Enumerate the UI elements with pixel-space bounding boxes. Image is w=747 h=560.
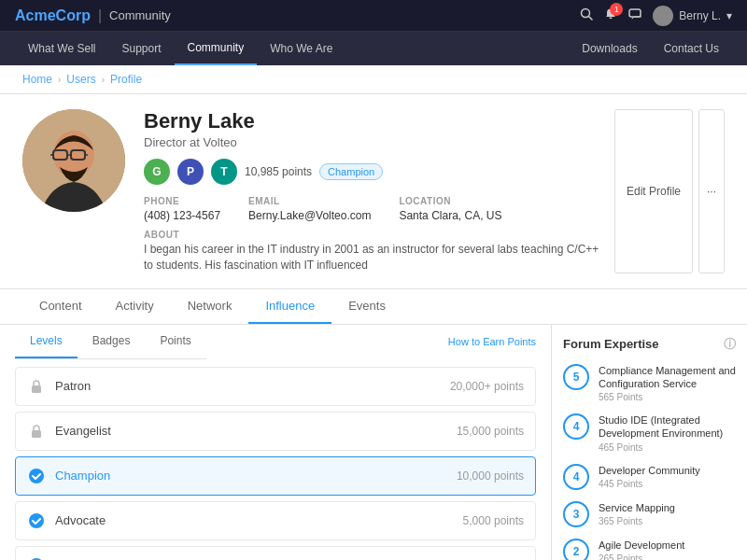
lock-icon-2: [27, 422, 46, 441]
chat-icon[interactable]: [628, 7, 641, 23]
score-circle-1: 4: [563, 413, 589, 440]
phone-value: (408) 123-4567: [144, 209, 220, 222]
level-points-champion: 10,000 points: [457, 469, 524, 483]
sub-tabs-row: Levels Badges Points How to Earn Points: [15, 325, 536, 359]
sec-nav-right: Downloads Contact Us: [569, 32, 732, 65]
about-text: I began his career in the IT industry in…: [144, 242, 599, 273]
levels-list: Patron 20,000+ points Evangelist 15,000 …: [15, 367, 536, 560]
sub-tabs: Levels Badges Points: [15, 325, 206, 359]
level-champion: Champion 10,000 points: [15, 456, 536, 496]
score-circle-0: 5: [563, 364, 589, 390]
location-label: LOCATION: [399, 196, 501, 206]
expertise-item-4: 2 Agile Development 265 Points: [563, 539, 736, 560]
more-options-button[interactable]: ···: [698, 109, 725, 273]
user-name: Berny L.: [679, 9, 721, 22]
expertise-item-3: 3 Service Mapping 365 Points: [563, 501, 736, 527]
badge-teal: T: [211, 159, 237, 185]
bell-icon[interactable]: 1: [604, 7, 617, 23]
level-points-patron: 20,000+ points: [450, 380, 524, 393]
expertise-item-1: 4 Studio IDE (Integrated Development Env…: [563, 413, 736, 453]
expertise-points-0: 565 Points: [599, 392, 736, 402]
right-panel: Forum Expertise ⓘ 5 Compliance Managemen…: [551, 325, 747, 560]
expertise-name-1: Studio IDE (Integrated Development Envir…: [599, 413, 736, 441]
location-field: LOCATION Santa Clara, CA, US: [399, 196, 501, 222]
tab-influence[interactable]: Influence: [248, 289, 331, 324]
about-label: ABOUT: [144, 230, 599, 240]
expertise-info-2: Developer Community 445 Points: [599, 464, 736, 489]
edit-profile-button[interactable]: Edit Profile: [614, 109, 693, 273]
dropdown-arrow: ▾: [726, 9, 732, 22]
expertise-info-0: Compliance Management and Configuration …: [599, 364, 736, 403]
logo[interactable]: AcmeCorp: [15, 7, 91, 24]
nav-what-we-sell[interactable]: What We Sell: [15, 32, 108, 65]
expertise-item-0: 5 Compliance Management and Configuratio…: [563, 364, 736, 403]
tab-network[interactable]: Network: [171, 289, 249, 324]
level-evangelist: Evangelist 15,000 points: [15, 412, 536, 451]
breadcrumb-users[interactable]: Users: [66, 73, 95, 86]
score-circle-4: 2: [563, 539, 589, 560]
forum-expertise-label: Forum Expertise: [563, 337, 659, 351]
nav-who-we-are[interactable]: Who We Are: [257, 32, 345, 65]
nav-downloads[interactable]: Downloads: [569, 32, 650, 65]
svg-rect-11: [32, 385, 41, 393]
active-check-icon: [27, 467, 46, 485]
expertise-name-4: Agile Development: [599, 539, 736, 552]
expertise-points-4: 265 Points: [599, 553, 736, 560]
subtab-badges[interactable]: Badges: [78, 325, 146, 358]
level-patron: Patron 20,000+ points: [15, 367, 536, 406]
expertise-name-2: Developer Community: [599, 464, 736, 477]
about-section: ABOUT I began his career in the IT indus…: [144, 230, 599, 273]
tab-content[interactable]: Content: [22, 289, 99, 324]
breadcrumb-home[interactable]: Home: [22, 73, 52, 86]
profile-name: Berny Lake: [144, 109, 599, 133]
forum-info-icon[interactable]: ⓘ: [724, 336, 736, 353]
logo-area: AcmeCorp | Community: [15, 7, 171, 24]
search-icon[interactable]: [580, 7, 593, 23]
community-label: Community: [109, 8, 171, 22]
check-icon-citizen: [27, 556, 46, 560]
top-nav-right: 1 Berny L. ▾: [580, 6, 732, 26]
phone-label: PHONE: [144, 196, 220, 206]
profile-info: Berny Lake Director at Volteo G P T 10,9…: [144, 109, 599, 273]
earn-points-link[interactable]: How to Earn Points: [448, 327, 536, 357]
expertise-info-1: Studio IDE (Integrated Development Envir…: [599, 413, 736, 453]
main-tabs: Content Activity Network Influence Event…: [0, 289, 747, 325]
nav-community[interactable]: Community: [175, 32, 258, 65]
svg-line-1: [589, 17, 593, 21]
email-label: EMAIL: [248, 196, 371, 206]
top-navigation: AcmeCorp | Community 1 Berny L. ▾: [0, 0, 747, 32]
svg-point-14: [29, 513, 44, 528]
breadcrumb-current: Profile: [110, 73, 142, 86]
lock-icon: [27, 377, 46, 396]
email-field: EMAIL Berny.Lake@Volteo.com: [248, 196, 371, 222]
location-value: Santa Clara, CA, US: [399, 209, 501, 222]
level-points-advocate: 5,000 points: [463, 514, 524, 527]
sep2: ›: [102, 75, 105, 85]
score-circle-3: 3: [563, 501, 589, 527]
level-citizen: Citizen 4,000 points: [15, 546, 536, 560]
forum-expertise-title: Forum Expertise ⓘ: [563, 336, 736, 353]
tab-activity[interactable]: Activity: [99, 289, 171, 324]
check-icon-advocate: [27, 511, 46, 530]
badges-row: G P T 10,985 points Champion: [144, 159, 599, 185]
expertise-points-1: 465 Points: [599, 442, 736, 453]
profile-title: Director at Volteo: [144, 135, 599, 149]
nav-support[interactable]: Support: [108, 32, 174, 65]
subtab-points[interactable]: Points: [145, 325, 205, 358]
badge-green: G: [144, 159, 170, 185]
badge-blue: P: [177, 159, 204, 185]
nav-contact-us[interactable]: Contact Us: [651, 32, 732, 65]
svg-point-13: [29, 469, 44, 483]
expertise-points-2: 445 Points: [599, 479, 736, 489]
level-name-champion: Champion: [55, 469, 457, 483]
expertise-item-2: 4 Developer Community 445 Points: [563, 464, 736, 490]
breadcrumb: Home › Users › Profile: [0, 65, 747, 94]
level-points-evangelist: 15,000 points: [457, 425, 524, 438]
profile-header: Berny Lake Director at Volteo G P T 10,9…: [0, 94, 747, 289]
notification-badge: 1: [610, 3, 623, 16]
subtab-levels[interactable]: Levels: [15, 325, 78, 358]
level-name-evangelist: Evangelist: [55, 424, 457, 438]
user-menu[interactable]: Berny L. ▾: [653, 6, 732, 26]
expertise-name-0: Compliance Management and Configuration …: [599, 364, 736, 391]
tab-events[interactable]: Events: [331, 289, 402, 324]
